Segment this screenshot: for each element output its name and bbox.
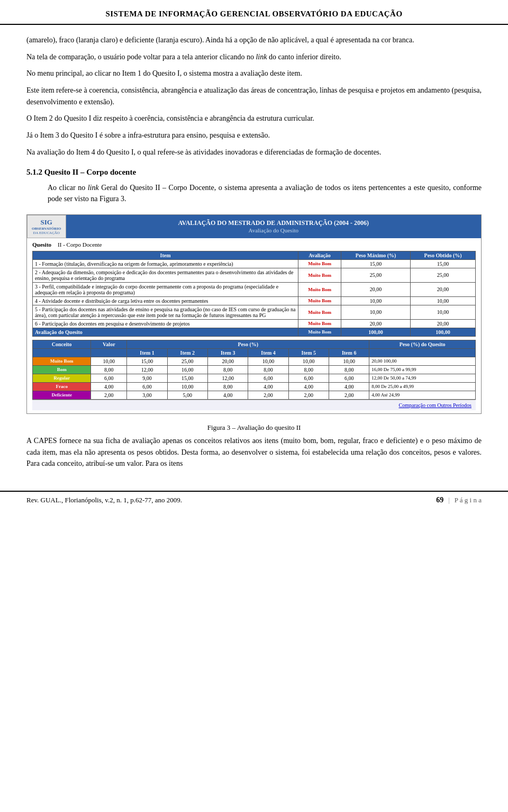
item4-cell: 2,00 (248, 391, 288, 399)
avaliacao-peso-obtido: 100,00 (411, 328, 476, 336)
col-item1: Item 1 (127, 348, 167, 357)
paragraph-2: Na tela de comparação, o usuário pode vo… (26, 51, 482, 63)
table-row: Bom 8,00 12,00 16,00 8,00 8,00 8,00 8,00… (33, 365, 476, 374)
conceito-cell: Bom (33, 365, 91, 374)
logo-sig: SIG (41, 218, 52, 227)
item1-cell: 9,00 (127, 374, 167, 382)
item-peso-max: 20,00 (341, 282, 411, 296)
item-peso-max: 25,00 (341, 268, 411, 282)
item3-cell: 8,00 (208, 382, 248, 391)
item-desc: 6 - Participação dos docentes em pesquis… (33, 319, 298, 328)
page: SISTEMA DE INFORMAÇÃO GERENCIAL OBSERVAT… (0, 0, 508, 812)
peso-quesito-cell: 8,00 De 25,00 a 49,99 (369, 382, 476, 391)
item6-cell: 10,00 (329, 357, 369, 365)
item-peso-obtido: 25,00 (411, 268, 476, 282)
table-row: 4 - Atividade docente e distribuição de … (33, 296, 476, 305)
item5-cell: 6,00 (288, 374, 329, 382)
item-peso-obtido: 10,00 (411, 296, 476, 305)
valor-cell: 10,00 (91, 357, 127, 365)
col-peso-max: Peso Máximo (%) (341, 251, 411, 259)
item-desc: 1 - Formação (titulação, diversificação … (33, 259, 298, 268)
avaliacao-peso-max: 100,00 (341, 328, 411, 336)
item1-cell: 12,00 (127, 365, 167, 374)
item1-cell: 6,00 (127, 382, 167, 391)
item3-cell: 4,00 (208, 391, 248, 399)
comparacao-link[interactable]: Comparação com Outros Períodos (32, 400, 476, 410)
quesito-label: Quesito (32, 241, 51, 248)
avaliacao-total-row: Avaliação do Quesito Muito Bom 100,00 10… (33, 328, 476, 336)
item-desc: 2 - Adequação da dimensão, composição e … (33, 268, 298, 282)
paragraph-5: O Item 2 do Quesito I diz respeito à coe… (26, 113, 482, 124)
item-peso-max: 20,00 (341, 319, 411, 328)
figure-3: SIG OBSERVATÓRIO DA EDUCAÇÃO AVALIAÇÃO D… (26, 214, 482, 414)
avaliacao-label: Avaliação do Quesito (33, 328, 298, 336)
item1-cell: 15,00 (127, 357, 167, 365)
item-desc: 5 - Participação dos docentes nas ativid… (33, 305, 298, 319)
item2-cell: 5,00 (167, 391, 207, 399)
valor-cell: 4,00 (91, 382, 127, 391)
col-valor: Valor (91, 340, 127, 348)
peso-quesito-cell: 4,00 Até 24,99 (369, 391, 476, 399)
item5-cell: 2,00 (288, 391, 329, 399)
item3-cell: 8,00 (208, 365, 248, 374)
main-content: (amarelo), fraco (laranja claro) e defic… (0, 25, 508, 480)
item4-cell: 4,00 (248, 382, 288, 391)
logo-obs2: DA EDUCAÇÃO (33, 231, 60, 235)
item2-cell: 10,00 (167, 382, 207, 391)
peso-quesito-cell: 20,00 100,00 (369, 357, 476, 365)
footer-page: 69 | P á g i n a (436, 496, 482, 504)
item-peso-max: 15,00 (341, 259, 411, 268)
paragraph-3: No menu principal, ao clicar no Item 1 d… (26, 68, 482, 79)
page-label: P á g i n a (455, 496, 482, 504)
footer-journal: Rev. GUAL., Florianópolis, v.2, n. 1, p.… (26, 496, 182, 504)
item-avaliacao: Muito Bom (298, 305, 341, 319)
page-header: SISTEMA DE INFORMAÇÃO GERENCIAL OBSERVAT… (0, 0, 508, 25)
figure-logo: SIG OBSERVATÓRIO DA EDUCAÇÃO (27, 215, 66, 238)
col-peso-quesito-2 (369, 348, 476, 357)
conceito-cell: Regular (33, 374, 91, 382)
item3-cell: 20,00 (208, 357, 248, 365)
item4-cell: 8,00 (248, 365, 288, 374)
table-row: Fraco 4,00 6,00 10,00 8,00 4,00 4,00 4,0… (33, 382, 476, 391)
item-peso-obtido: 10,00 (411, 305, 476, 319)
figure-caption: Figura 3 – Avaliação do quesito II (26, 423, 482, 432)
col-item2: Item 2 (167, 348, 207, 357)
col-peso-pct: Peso (%) (127, 340, 369, 348)
item6-cell: 6,00 (329, 374, 369, 382)
table-row: 1 - Formação (titulação, diversificação … (33, 259, 476, 268)
item-peso-obtido: 15,00 (411, 259, 476, 268)
section-paragraph-1: Ao clicar no link Geral do Quesito II – … (48, 182, 482, 205)
item1-cell: 3,00 (127, 391, 167, 399)
col-item4: Item 4 (248, 348, 288, 357)
quesito-value: II - Corpo Docente (58, 241, 102, 248)
item2-cell: 15,00 (167, 374, 207, 382)
item4-cell: 10,00 (248, 357, 288, 365)
paragraph-7: Na avaliação do Item 4 do Quesito I, o q… (26, 147, 482, 158)
item-peso-obtido: 20,00 (411, 282, 476, 296)
item6-cell: 4,00 (329, 382, 369, 391)
table-row: 3 - Perfil, compatibilidade e integração… (33, 282, 476, 296)
conceito-cell: Deficiente (33, 391, 91, 399)
col-conceito-2 (33, 348, 91, 357)
valor-cell: 2,00 (91, 391, 127, 399)
conceito-cell: Muito Bom (33, 357, 91, 365)
figure-subheader: Avaliação do Quesito (249, 227, 299, 233)
header-title: SISTEMA DE INFORMAÇÃO GERENCIAL OBSERVAT… (105, 10, 402, 18)
col-peso-quesito: Peso (%) do Quesito (369, 340, 476, 348)
item4-cell: 6,00 (248, 374, 288, 382)
page-number: 69 (436, 496, 443, 504)
paragraph-1: (amarelo), fraco (laranja claro) e defic… (26, 34, 482, 46)
item-avaliacao: Muito Bom (298, 259, 341, 268)
table-row: 2 - Adequação da dimensão, composição e … (33, 268, 476, 282)
figure-header-title: AVALIAÇÃO DO MESTRADO DE ADMINISTRAÇÃO (… (178, 219, 369, 227)
peso-quesito-cell: 12,00 De 50,00 a 74,99 (369, 374, 476, 382)
item-avaliacao: Muito Bom (298, 319, 341, 328)
item5-cell: 4,00 (288, 382, 329, 391)
col-item: Item (33, 251, 298, 259)
col-item5: Item 5 (288, 348, 329, 357)
item-avaliacao: Muito Bom (298, 282, 341, 296)
col-item6: Item 6 (329, 348, 369, 357)
paragraph-4: Este item refere-se à coerencia, consist… (26, 85, 482, 107)
section-heading: 5.1.2 Quesito II – Corpo docente (26, 168, 482, 177)
table-row: Regular 6,00 9,00 15,00 12,00 6,00 6,00 … (33, 374, 476, 382)
